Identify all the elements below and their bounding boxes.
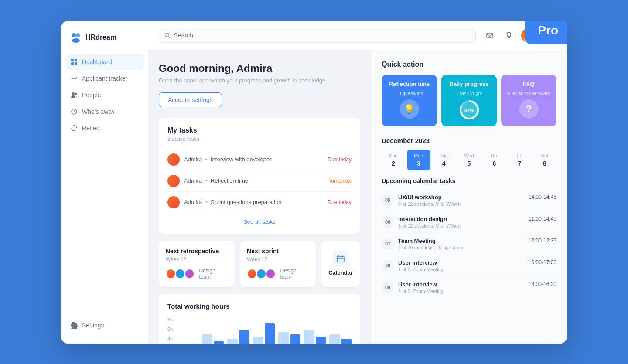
- qa-daily-sub: 1 task to go!: [456, 91, 482, 96]
- cal-day-tue[interactable]: Tue 4: [432, 150, 456, 170]
- event-detail-4: 1 of 2, Zoom Meeting: [398, 267, 524, 272]
- account-settings-button[interactable]: Account settings: [159, 92, 222, 107]
- event-num-3: 07: [382, 238, 394, 250]
- sidebar: HRdream Dashboard Applicant tracker: [61, 21, 148, 344]
- event-row-5: 09 User interview 2 of 2, Zoom Meeting 1…: [382, 277, 556, 298]
- bar-dark-3: [239, 330, 249, 344]
- cal-day-sun[interactable]: Sun 2: [382, 150, 405, 170]
- sidebar-item-dashboard[interactable]: Dashboard: [65, 54, 144, 70]
- sprint-row: Next retrospective Week 12 Design team N…: [159, 241, 360, 287]
- bar-light-3: [227, 339, 238, 344]
- qa-card-reflection[interactable]: Reflection time 10 questions 💡: [382, 75, 437, 126]
- cal-day-wed[interactable]: Wed 5: [457, 150, 481, 170]
- retro-avatar-2: [175, 269, 185, 279]
- bar-group-7: [329, 334, 352, 344]
- greeting-subtitle: Open the panel and watch your progress a…: [159, 77, 360, 84]
- event-row-4: 08 User interview 1 of 2, Zoom Meeting 1…: [382, 255, 556, 277]
- event-num-2: 06: [382, 216, 394, 228]
- qa-card-daily[interactable]: Daily progress 1 task to go! 82%: [441, 75, 497, 126]
- event-name-1: UX/UI workshop: [398, 194, 524, 201]
- bar-group-2: [202, 334, 224, 344]
- sidebar-bottom: Settings: [61, 317, 148, 333]
- sidebar-item-reflect[interactable]: Reflect: [65, 120, 144, 136]
- tasks-title: My tasks: [167, 126, 352, 134]
- quick-action-cards: Reflection time 10 questions 💡 Daily pro…: [382, 75, 556, 126]
- mail-icon[interactable]: [483, 28, 497, 42]
- task-avatar-1: [167, 153, 180, 166]
- bar-group-5: [278, 332, 300, 344]
- cal-day-thu[interactable]: Thu 6: [482, 150, 506, 170]
- next-retrospective-card: Next retrospective Week 12 Design team: [159, 241, 235, 287]
- sidebar-label-settings: Settings: [82, 322, 104, 329]
- svg-point-1: [76, 33, 80, 37]
- event-detail-2: 8 of 12 sessions, Mrs. Wilson: [398, 223, 524, 228]
- whos-away-icon: [71, 108, 78, 115]
- qa-faq-title: FAQ: [523, 81, 535, 87]
- sidebar-label-applicant-tracker: Applicant tracker: [82, 75, 127, 82]
- chart-bars: [176, 323, 352, 344]
- event-time-5: 16:00-16:30: [529, 281, 556, 287]
- logo-icon: [70, 31, 82, 44]
- retro-week: Week 12: [166, 256, 228, 262]
- sidebar-label-whos-away: Who's away: [82, 108, 115, 115]
- sprint-title: Next sprint: [247, 248, 309, 255]
- sidebar-item-whos-away[interactable]: Who's away: [65, 104, 144, 119]
- sidebar-label-dashboard: Dashboard: [82, 58, 112, 65]
- svg-point-0: [72, 33, 76, 37]
- event-num-1: 05: [382, 194, 394, 206]
- event-row-2: 06 Interaction design 8 of 12 sessions, …: [382, 211, 556, 233]
- sidebar-label-people: People: [82, 92, 101, 99]
- see-all-tasks-link[interactable]: See all tasks: [167, 218, 352, 225]
- bar-light-5: [278, 332, 289, 344]
- bar-light-2: [202, 334, 212, 344]
- task-row: Admira • Sprint questions preparation Du…: [167, 192, 352, 213]
- svg-rect-3: [71, 59, 74, 61]
- retro-title: Next retrospective: [166, 248, 228, 255]
- cal-day-fri[interactable]: Fri 7: [508, 150, 531, 170]
- event-detail-3: 4 of 20 meetings, Design team: [398, 245, 524, 250]
- calendar-days: Sun 2 Mon 3 Tue 4 Wed 5: [382, 150, 556, 170]
- event-row-3: 07 Team Meeting 4 of 20 meetings, Design…: [382, 233, 556, 255]
- task-avatar-2: [167, 175, 180, 187]
- svg-rect-11: [487, 33, 493, 37]
- sprint-avatar-3: [266, 269, 276, 279]
- nav: Dashboard Applicant tracker People: [61, 54, 148, 317]
- dashboard-icon: [71, 58, 78, 65]
- bar-group-4: [253, 323, 275, 344]
- hours-card: Total working hours 8h 6h 4h 2h 0h: [159, 294, 360, 344]
- calendar-month-label: December 2023: [382, 137, 556, 144]
- event-time-4: 16:00-17:00: [529, 259, 556, 265]
- calendar-widget-card[interactable]: Calendar: [321, 241, 360, 287]
- svg-point-7: [72, 92, 75, 95]
- search-input[interactable]: [174, 32, 471, 39]
- chart-y-axis: 8h 6h 4h 2h 0h: [167, 317, 176, 344]
- sidebar-item-settings[interactable]: Settings: [65, 317, 144, 333]
- quick-action-title: Quick action: [382, 61, 556, 68]
- task-due-3: Due today: [328, 199, 352, 205]
- bar-light-6: [304, 330, 314, 344]
- greeting-title: Good morning, Admira: [159, 62, 360, 75]
- event-time-2: 11:00-14:45: [529, 216, 556, 222]
- sidebar-item-people[interactable]: People: [65, 87, 144, 103]
- bell-icon[interactable]: [502, 28, 516, 42]
- qa-reflection-icon: 💡: [400, 99, 419, 119]
- search-icon: [164, 32, 171, 38]
- task-user-3: Admira: [184, 199, 202, 205]
- qa-daily-progress: 82%: [459, 99, 480, 120]
- main-area: Admir Good morning, Admira Open the pane…: [148, 21, 567, 344]
- task-avatar-3: [167, 196, 180, 208]
- task-name-2: Reflection time: [211, 177, 248, 184]
- svg-rect-5: [71, 62, 74, 65]
- tasks-subtitle: 2 active tasks: [167, 136, 352, 142]
- cal-day-mon[interactable]: Mon 3: [407, 150, 430, 170]
- svg-rect-15: [337, 256, 344, 262]
- applicant-tracker-icon: [71, 75, 78, 82]
- bar-dark-2: [214, 341, 224, 344]
- search-bar[interactable]: [159, 28, 476, 43]
- task-name-1: Interview with developer: [211, 156, 271, 163]
- qa-card-faq[interactable]: FAQ Find all the answers ?: [501, 75, 556, 126]
- sidebar-item-applicant-tracker[interactable]: Applicant tracker: [65, 71, 144, 86]
- retro-team-name: Design team: [199, 268, 228, 280]
- cal-day-sat[interactable]: Sat 8: [533, 150, 556, 170]
- task-row: Admira • Interview with developer Due to…: [167, 149, 352, 170]
